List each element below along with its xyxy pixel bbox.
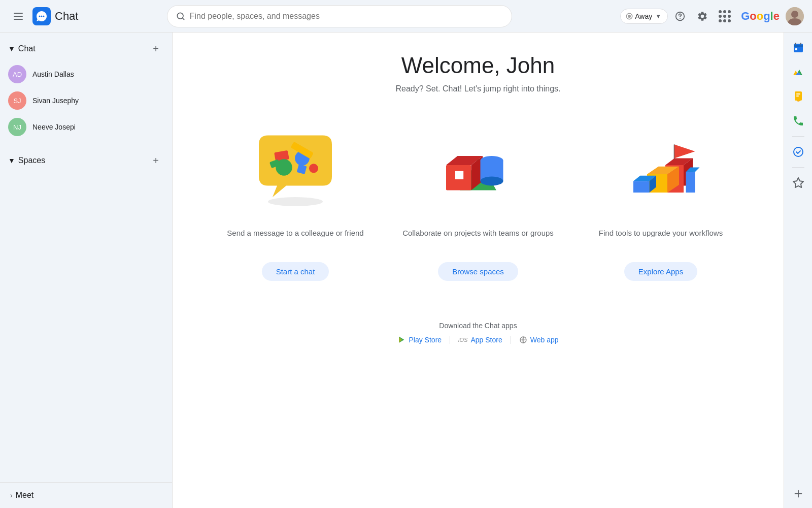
web-app-link[interactable]: Web app — [511, 336, 567, 344]
spaces-chevron-icon: ▼ — [8, 156, 15, 165]
star-icon — [792, 177, 804, 189]
browse-spaces-button[interactable]: Browse spaces — [438, 262, 518, 281]
hamburger-line — [14, 19, 23, 20]
svg-rect-43 — [795, 43, 796, 45]
spaces-section-header[interactable]: ▼ Spaces + — [0, 148, 172, 173]
explore-apps-button[interactable]: Explore Apps — [624, 262, 697, 281]
main-content: Welcome, John Ready? Set. Chat! Let's ju… — [173, 33, 784, 508]
user-avatar[interactable] — [786, 7, 804, 25]
chevron-down-icon: ▼ — [655, 13, 661, 20]
contact-item-neeve[interactable]: NJ Neeve Josepi — [0, 114, 168, 140]
contact-avatar-austin: AD — [8, 65, 26, 83]
grid-icon — [719, 10, 731, 22]
search-input[interactable] — [190, 12, 503, 21]
header-left: Chat — [8, 6, 110, 26]
svg-point-4 — [177, 13, 183, 19]
calendar-icon — [792, 42, 804, 54]
cards-row: Send a message to a colleague or friend … — [199, 124, 757, 281]
svg-marker-27 — [674, 145, 695, 158]
start-chat-illustration — [245, 124, 346, 215]
svg-point-24 — [481, 177, 503, 186]
status-label: Away — [635, 12, 652, 20]
spaces-section: ▼ Spaces + — [0, 144, 172, 177]
keep-icon — [792, 90, 804, 103]
header-right: Away ▼ Google — [620, 6, 804, 26]
hamburger-line — [14, 13, 23, 14]
svg-point-10 — [268, 197, 323, 206]
download-title: Download the Chat apps — [390, 322, 567, 330]
play-store-label: Play Store — [409, 336, 442, 344]
hamburger-line — [14, 16, 23, 17]
right-icon-calendar[interactable] — [788, 38, 808, 58]
settings-button[interactable] — [692, 6, 713, 26]
meet-section: › Meet — [0, 482, 172, 508]
status-button[interactable]: Away ▼ — [620, 9, 668, 24]
sidebar-spacer — [0, 177, 172, 482]
download-links: Play Store iOS App Store Web app — [390, 336, 567, 344]
contact-name-austin: Austin Dallas — [32, 70, 74, 78]
svg-rect-34 — [633, 181, 650, 193]
svg-rect-48 — [796, 93, 800, 94]
chat-section-header[interactable]: ▼ Chat + — [0, 37, 172, 61]
welcome-title: Welcome, John — [401, 53, 555, 78]
svg-rect-42 — [794, 45, 803, 47]
status-indicator — [627, 14, 632, 19]
contact-avatar-neeve: NJ — [8, 118, 26, 136]
app-logo-icon — [32, 7, 51, 25]
web-app-icon — [519, 336, 527, 344]
download-section: Download the Chat apps Play Store iOS Ap… — [390, 322, 567, 344]
browse-spaces-illustration — [427, 124, 529, 215]
search-icon — [176, 11, 186, 21]
svg-point-2 — [41, 15, 43, 17]
right-icon-drive[interactable] — [788, 62, 808, 82]
right-sidebar — [784, 33, 812, 508]
help-button[interactable] — [670, 6, 690, 26]
app-header: Chat Away ▼ — [0, 0, 812, 33]
right-icon-star[interactable] — [788, 173, 808, 193]
hamburger-menu-button[interactable] — [8, 6, 28, 26]
right-sidebar-divider-2 — [792, 167, 804, 168]
contact-item-austin[interactable]: AD Austin Dallas — [0, 61, 168, 87]
play-store-icon — [398, 336, 406, 344]
start-chat-description: Send a message to a colleague or friend — [227, 228, 363, 252]
explore-apps-description: Find tools to upgrade your workflows — [599, 228, 723, 252]
add-chat-button[interactable]: + — [148, 41, 164, 57]
meet-label: Meet — [16, 491, 34, 500]
add-apps-button[interactable] — [788, 484, 808, 504]
explore-apps-illustration — [610, 124, 712, 215]
left-sidebar: ▼ Chat + AD Austin Dallas SJ Sivan Jusep… — [0, 33, 173, 508]
main-layout: ▼ Chat + AD Austin Dallas SJ Sivan Jusep… — [0, 33, 812, 508]
svg-rect-37 — [686, 172, 695, 193]
contact-avatar-sivan: SJ — [8, 91, 26, 110]
add-space-button[interactable]: + — [148, 152, 164, 169]
right-icon-tasks[interactable] — [788, 142, 808, 162]
svg-rect-49 — [796, 96, 799, 97]
drive-icon — [792, 66, 804, 78]
start-chat-button[interactable]: Start a chat — [262, 262, 329, 281]
contact-name-neeve: Neeve Josepi — [32, 123, 76, 131]
search-bar[interactable] — [167, 5, 512, 27]
tasks-icon — [792, 146, 804, 158]
play-store-link[interactable]: Play Store — [390, 336, 450, 344]
right-icon-voice[interactable] — [788, 111, 808, 131]
svg-point-16 — [309, 164, 318, 173]
app-title: Chat — [55, 10, 78, 23]
right-sidebar-divider — [792, 136, 804, 137]
browse-spaces-card: Collaborate on projects with teams or gr… — [397, 124, 559, 281]
app-store-link[interactable]: iOS App Store — [450, 336, 511, 344]
svg-point-6 — [680, 18, 681, 19]
chat-chevron-icon: ▼ — [8, 45, 15, 53]
explore-apps-card: Find tools to upgrade your workflows Exp… — [580, 124, 742, 281]
phone-icon — [792, 115, 804, 127]
welcome-subtitle: Ready? Set. Chat! Let's jump right into … — [395, 84, 560, 93]
right-icon-keep[interactable] — [788, 86, 808, 107]
svg-point-1 — [39, 15, 41, 17]
svg-point-50 — [794, 147, 803, 156]
app-store-label: App Store — [470, 336, 502, 344]
web-app-label: Web app — [530, 336, 559, 344]
contact-item-sivan[interactable]: SJ Sivan Jusephy — [0, 87, 168, 114]
google-apps-button[interactable] — [715, 6, 735, 26]
chat-section: ▼ Chat + AD Austin Dallas SJ Sivan Jusep… — [0, 33, 172, 144]
chat-section-title: ▼ Chat — [8, 44, 36, 53]
meet-item[interactable]: › Meet — [8, 487, 164, 504]
